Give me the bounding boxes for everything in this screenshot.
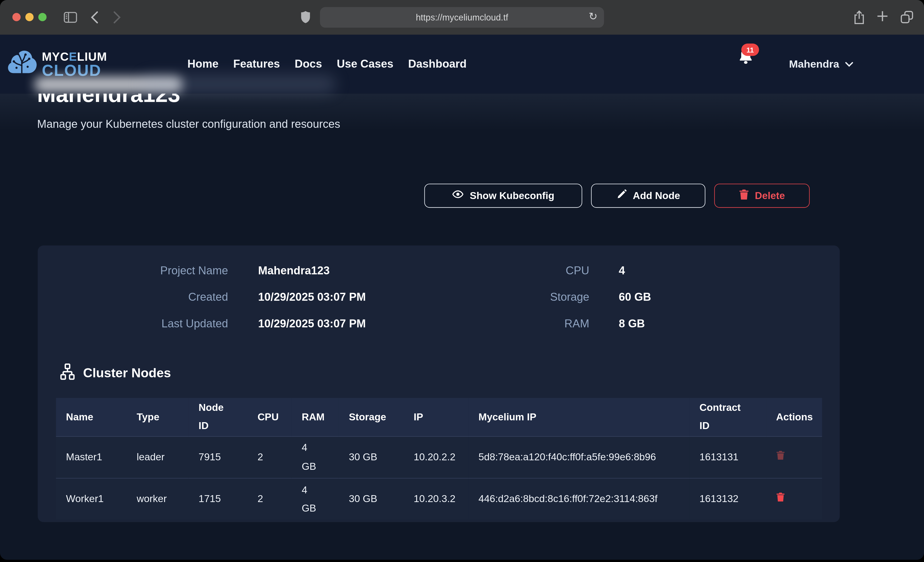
last-updated-label: Last Updated	[76, 317, 228, 331]
user-menu[interactable]: Mahendra	[789, 35, 854, 94]
col-node-id: Node ID	[189, 398, 248, 436]
created-label: Created	[76, 290, 228, 304]
page-subtitle: Manage your Kubernetes cluster configura…	[37, 118, 340, 131]
ram-label: RAM	[517, 317, 589, 331]
url-text: https://myceliumcloud.tf	[416, 12, 508, 22]
delete-node-button[interactable]	[776, 492, 785, 504]
node-actions	[766, 478, 822, 520]
storage-value: 60 GB	[619, 290, 651, 304]
project-name-value: Mahendra123	[258, 264, 366, 278]
col-name: Name	[56, 398, 127, 436]
nav-link-use-cases[interactable]: Use Cases	[337, 58, 393, 71]
add-node-button[interactable]: Add Node	[591, 184, 705, 208]
new-tab-icon[interactable]	[876, 10, 889, 22]
created-value: 10/29/2025 03:07 PM	[258, 290, 366, 304]
trash-icon	[776, 450, 785, 462]
node-mycelium-ip: 446:d2a6:8bcd:8c16:ff0f:72e2:3114:863f	[468, 478, 690, 520]
node-ip: 10.20.3.2	[404, 478, 468, 520]
trash-icon	[776, 492, 785, 504]
mycelium-cloud-logo-icon	[6, 48, 38, 82]
cpu-value: 4	[619, 264, 651, 278]
minimize-window-button[interactable]	[26, 13, 34, 21]
delete-node-button[interactable]	[776, 450, 785, 462]
last-updated-value: 10/29/2025 03:07 PM	[258, 317, 366, 331]
browser-window: https://myceliumcloud.tf ↻	[0, 0, 924, 560]
page-title-clipped: Mahendra123	[37, 94, 391, 109]
node-id: 1715	[189, 478, 248, 520]
notifications-button[interactable]: 11	[738, 47, 754, 67]
node-actions	[766, 436, 822, 478]
col-cpu: CPU	[248, 398, 292, 436]
node-cpu: 2	[248, 478, 292, 520]
chevron-down-icon	[845, 59, 853, 69]
zoom-window-button[interactable]	[38, 13, 46, 21]
network-nodes-icon	[59, 363, 76, 383]
delete-cluster-button[interactable]: Delete	[714, 184, 810, 208]
col-ip: IP	[404, 398, 468, 436]
cluster-nodes-table: Name Type Node ID CPU RAM Storage IP Myc…	[56, 398, 822, 520]
node-type: leader	[127, 436, 189, 478]
cluster-actions: Show Kubeconfig Add Node Delete	[424, 184, 810, 208]
trash-icon	[739, 188, 749, 203]
address-bar[interactable]: https://myceliumcloud.tf ↻	[320, 7, 604, 28]
col-mycelium-ip: Mycelium IP	[468, 398, 690, 436]
pencil-icon	[616, 189, 627, 203]
cluster-details-card: Project Name Mahendra123 Created 10/29/2…	[38, 245, 840, 522]
show-kubeconfig-button[interactable]: Show Kubeconfig	[424, 184, 582, 208]
node-cpu: 2	[248, 436, 292, 478]
browser-toolbar: https://myceliumcloud.tf ↻	[0, 0, 924, 35]
project-name-label: Project Name	[76, 264, 228, 278]
node-ram: 4 GB	[292, 436, 339, 478]
cpu-label: CPU	[517, 264, 589, 278]
node-mycelium-ip: 5d8:78ea:a120:f40c:ff0f:a5fe:99e6:8b96	[468, 436, 690, 478]
forward-icon[interactable]	[113, 11, 121, 24]
node-contract-id: 1613131	[689, 436, 766, 478]
details-right-column: CPU 4 Storage 60 GB RAM 8 GB	[517, 264, 651, 331]
node-id: 7915	[189, 436, 248, 478]
bell-icon	[738, 57, 754, 67]
nav-link-docs[interactable]: Docs	[295, 58, 322, 71]
node-name: Worker1	[56, 478, 127, 520]
eye-icon	[452, 188, 464, 203]
details-left-column: Project Name Mahendra123 Created 10/29/2…	[76, 264, 366, 331]
node-storage: 30 GB	[339, 478, 404, 520]
close-window-button[interactable]	[12, 13, 21, 21]
notification-badge: 11	[741, 43, 759, 56]
nav-link-home[interactable]: Home	[188, 58, 219, 71]
user-name: Mahendra	[789, 58, 839, 70]
shield-icon[interactable]	[301, 10, 310, 24]
node-ip: 10.20.2.2	[404, 436, 468, 478]
table-row: Worker1 worker 1715 2 4 GB 30 GB 10.20.3…	[56, 478, 822, 520]
cluster-nodes-title: Cluster Nodes	[83, 365, 171, 381]
col-contract-id: Contract ID	[689, 398, 766, 436]
node-storage: 30 GB	[339, 436, 404, 478]
node-contract-id: 1613132	[689, 478, 766, 520]
table-header-row: Name Type Node ID CPU RAM Storage IP Myc…	[56, 398, 822, 436]
nav-link-features[interactable]: Features	[233, 58, 280, 71]
screen: https://myceliumcloud.tf ↻	[0, 0, 924, 562]
sidebar-toggle-icon[interactable]	[64, 12, 77, 23]
tab-overview-icon[interactable]	[900, 10, 914, 24]
node-type: worker	[127, 478, 189, 520]
node-name: Master1	[56, 436, 127, 478]
ram-value: 8 GB	[619, 317, 651, 331]
nav-link-dashboard[interactable]: Dashboard	[408, 58, 466, 71]
storage-label: Storage	[517, 290, 589, 304]
back-icon[interactable]	[91, 11, 99, 24]
title-blur-smear-tail	[141, 75, 336, 94]
page-title: Mahendra123	[37, 94, 391, 107]
node-ram: 4 GB	[292, 478, 339, 520]
col-ram: RAM	[292, 398, 339, 436]
col-actions: Actions	[766, 398, 822, 436]
table-row: Master1 leader 7915 2 4 GB 30 GB 10.20.2…	[56, 436, 822, 478]
col-storage: Storage	[339, 398, 404, 436]
share-icon[interactable]	[853, 10, 865, 25]
cluster-nodes-heading: Cluster Nodes	[59, 363, 171, 383]
col-type: Type	[127, 398, 189, 436]
reload-icon[interactable]: ↻	[588, 10, 597, 23]
logo-wordmark-top: MYCELIUM	[42, 51, 107, 63]
